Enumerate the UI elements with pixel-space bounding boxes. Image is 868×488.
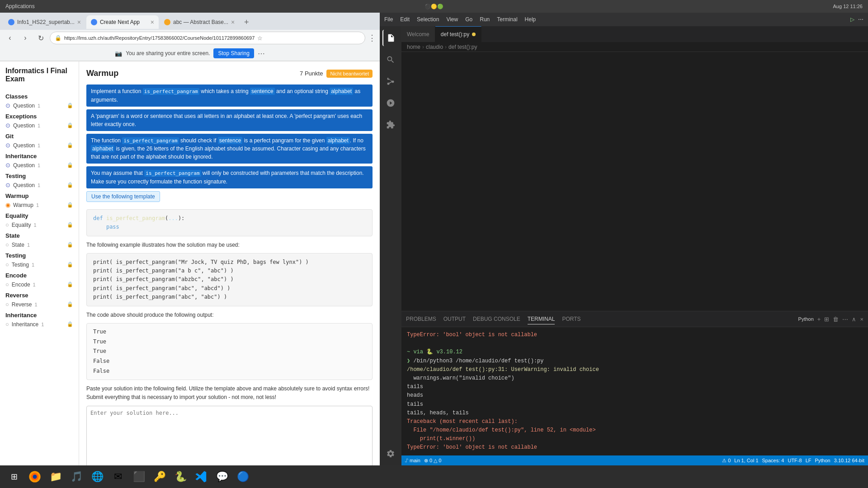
terminal-line-6: warnings.warn("invalid choice"): [407, 374, 863, 383]
taskbar-app-email[interactable]: ✉: [109, 468, 127, 485]
section-git: Git: [0, 130, 79, 141]
sidebar-item-state[interactable]: ○ State 1 🔒: [0, 240, 79, 249]
new-tab-button[interactable]: +: [240, 16, 253, 28]
close-terminal-icon[interactable]: ×: [860, 316, 863, 323]
status-ln-col[interactable]: Ln 1, Col 1: [734, 458, 758, 463]
settings-icon[interactable]: [382, 446, 399, 462]
split-terminal-icon[interactable]: ⊞: [824, 316, 829, 323]
trash-icon[interactable]: 🗑: [833, 316, 839, 323]
taskbar-app-grid[interactable]: ⊞: [5, 468, 23, 485]
run-icon[interactable]: ▷: [850, 16, 854, 23]
output-intro-text: The code above should produce the follow…: [86, 311, 373, 319]
sidebar-item-git-question[interactable]: ⊙ Question 1 🔒: [0, 141, 79, 150]
add-terminal-icon[interactable]: +: [817, 316, 821, 323]
status-eol[interactable]: LF: [806, 458, 811, 463]
sidebar-item-testing-question[interactable]: ⊙ Question 1 🔒: [0, 180, 79, 190]
forward-button[interactable]: ›: [19, 32, 32, 44]
status-branch[interactable]: ⑀ main: [405, 458, 420, 463]
status-spaces[interactable]: Spaces: 4: [762, 458, 784, 463]
output-tab[interactable]: OUTPUT: [443, 314, 466, 324]
source-control-icon[interactable]: [382, 73, 399, 89]
breadcrumb-claudio: claudio: [426, 44, 443, 50]
warmup-icon: ◉: [5, 202, 10, 208]
terminal-tab[interactable]: TERMINAL: [528, 314, 555, 324]
debug-console-tab[interactable]: DEBUG CONSOLE: [473, 314, 520, 324]
browser-tab-1[interactable]: Info1_HS22_supertab... ×: [4, 15, 85, 29]
search-icon[interactable]: [382, 52, 399, 68]
vscode-help-menu[interactable]: Help: [525, 16, 536, 23]
taskbar-app-browser[interactable]: 🌐: [89, 468, 106, 485]
taskbar-app-chat[interactable]: 💬: [213, 468, 231, 485]
extensions-icon[interactable]: [382, 117, 399, 133]
problems-tab[interactable]: PROBLEMS: [406, 314, 436, 324]
sidebar-item-equality[interactable]: ○ Equality 1 🔒: [0, 220, 79, 230]
maximize-terminal-icon[interactable]: ∧: [852, 316, 856, 323]
tab2-close[interactable]: ×: [151, 19, 154, 25]
sidebar-item-inheritance-2[interactable]: ○ Inheritance 1 🔒: [0, 319, 79, 329]
vscode-file-menu[interactable]: File: [384, 16, 393, 23]
address-box[interactable]: 🔒 https://lms.uzh.ch/auth/RepositoryEntr…: [50, 32, 365, 44]
vscode-edit-menu[interactable]: Edit: [400, 16, 410, 23]
taskbar-app-files[interactable]: 📁: [47, 468, 64, 485]
editor-content[interactable]: [401, 52, 868, 311]
sharing-message: You are sharing your entire screen.: [126, 50, 210, 56]
debug-icon[interactable]: ⋯: [858, 16, 863, 23]
run-debug-icon[interactable]: [382, 95, 399, 111]
sidebar-item-warmup[interactable]: ◉ Warmup 1 🔒: [0, 200, 79, 210]
sharing-options-icon[interactable]: ⋯: [258, 49, 265, 58]
bookmark-icon[interactable]: ☆: [257, 35, 263, 42]
sidebar-item-classes-question[interactable]: ⊙ Question 1 🔒: [0, 101, 79, 110]
page-title: Informatics I Final Exam: [0, 67, 79, 90]
vscode-selection-menu[interactable]: Selection: [417, 16, 439, 23]
browser-tab-2[interactable]: Create Next App ×: [86, 15, 159, 29]
modified-indicator: [472, 33, 476, 36]
sidebar-item-inheritance-question[interactable]: ⊙ Question 1 🔒: [0, 160, 79, 170]
sidebar-item-testing-2[interactable]: ○ Testing 1 🔒: [0, 260, 79, 269]
taskbar-app-music[interactable]: 🎵: [68, 468, 85, 485]
more-terminal-icon[interactable]: ⋯: [842, 316, 848, 323]
vscode-terminal-menu[interactable]: Terminal: [497, 16, 517, 23]
reload-button[interactable]: ↻: [34, 32, 47, 44]
testing-label-2: Testing: [12, 262, 29, 268]
status-errors[interactable]: ⊗ 0 △ 0: [424, 458, 441, 464]
template-button[interactable]: Use the following template: [86, 191, 160, 202]
status-warnings[interactable]: ⚠ 0: [722, 458, 731, 464]
status-encoding[interactable]: UTF-8: [788, 458, 802, 463]
applications-menu[interactable]: Applications: [5, 3, 35, 9]
section-encode: Encode: [0, 269, 79, 280]
testing-num: 1: [38, 183, 40, 188]
activity-bar: [380, 26, 401, 465]
inheritance-question-label: Question: [13, 162, 35, 169]
vscode-run-menu[interactable]: Run: [480, 16, 490, 23]
taskbar-app-firefox[interactable]: [26, 468, 43, 485]
encode-lock-icon: 🔒: [67, 282, 73, 287]
status-language[interactable]: Python: [815, 458, 830, 463]
status-python-version[interactable]: 3.10.12 64-bit: [834, 458, 864, 463]
taskbar-app-lock[interactable]: 🔑: [151, 468, 168, 485]
vscode-view-menu[interactable]: View: [446, 16, 458, 23]
sidebar-item-encode[interactable]: ○ Encode 1 🔒: [0, 280, 79, 289]
welcome-tab[interactable]: Welcome: [401, 26, 435, 42]
browser-menu-icon[interactable]: ⋮: [368, 33, 376, 43]
back-button[interactable]: ‹: [4, 32, 16, 44]
taskbar-app-python[interactable]: 🐍: [172, 468, 189, 485]
welcome-tab-label: Welcome: [407, 31, 429, 38]
taskbar-app-extra[interactable]: 🔵: [234, 468, 251, 485]
tab1-close[interactable]: ×: [77, 19, 81, 25]
svg-point-2: [33, 475, 37, 479]
deftest-tab[interactable]: def test():py: [435, 26, 481, 42]
taskbar-app-vscode[interactable]: [193, 468, 210, 485]
taskbar-app-terminal[interactable]: ⬛: [130, 468, 147, 485]
git-num: 1: [38, 143, 40, 148]
stop-sharing-button[interactable]: Stop Sharing: [213, 48, 254, 58]
tab3-close[interactable]: ×: [231, 19, 235, 25]
browser-tab-3[interactable]: abc — Abstract Base... ×: [160, 15, 239, 29]
answer-textarea[interactable]: [86, 406, 373, 465]
sidebar-item-reverse[interactable]: ○ Reverse 1 🔒: [0, 300, 79, 309]
explorer-icon[interactable]: [382, 30, 399, 46]
nicht-badge: Nicht beantwortet: [326, 70, 373, 78]
ports-tab[interactable]: PORTS: [562, 314, 580, 324]
git-question-label: Question: [13, 142, 35, 149]
vscode-go-menu[interactable]: Go: [465, 16, 472, 23]
sidebar-item-exceptions-question[interactable]: ⊙ Question 1 🔒: [0, 121, 79, 130]
